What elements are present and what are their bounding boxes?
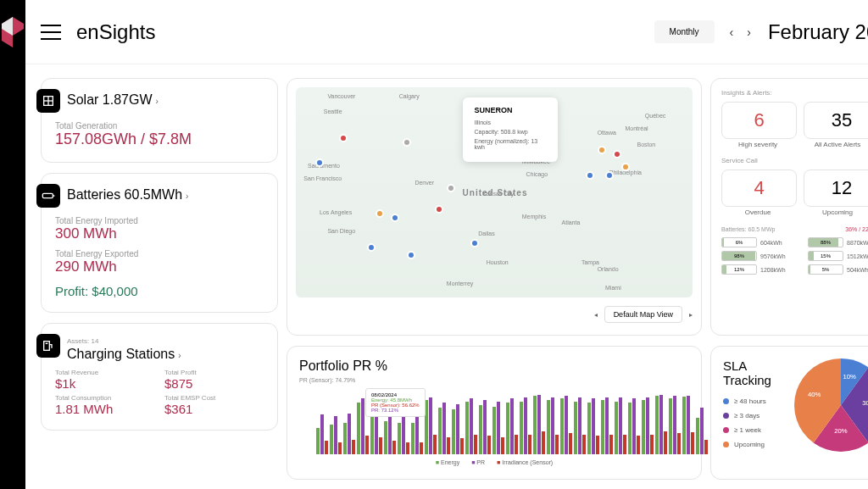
battery-row[interactable]: 12%1208kWh <box>721 264 803 275</box>
topbar: enSights Monthly ‹ › February 2024 <box>25 0 868 64</box>
map-marker[interactable] <box>598 146 606 154</box>
map-marker[interactable] <box>586 171 594 180</box>
chevron-right-icon: › <box>155 97 158 106</box>
map-marker[interactable] <box>391 214 399 222</box>
overdue-num: 4 <box>726 177 793 199</box>
city-label: Sacramento <box>308 163 340 169</box>
svg-rect-3 <box>42 193 53 197</box>
menu-icon[interactable] <box>41 25 61 40</box>
map-marker[interactable] <box>470 239 479 247</box>
battery-row[interactable]: 6%604kWh <box>721 237 803 247</box>
city-label: Dallas <box>478 231 494 236</box>
map-marker[interactable] <box>407 251 415 259</box>
map-marker[interactable] <box>613 150 621 158</box>
upcoming-box[interactable]: 12 <box>804 169 868 207</box>
all-alerts-box[interactable]: 35 <box>804 102 868 139</box>
insights-title: Insights & Alerts: <box>721 89 868 97</box>
city-label: Ottawa <box>598 130 616 136</box>
svg-text:10%: 10% <box>843 373 857 381</box>
map-marker[interactable] <box>447 184 455 192</box>
logo-icon <box>0 17 25 47</box>
city-label: Miami <box>605 285 621 291</box>
overdue-box[interactable]: 4 <box>721 169 797 207</box>
city-label: Boston <box>637 142 655 147</box>
import-value: 300 MWh <box>55 225 264 242</box>
map-area[interactable]: United States Vancouver Calgary Seattle … <box>296 87 693 297</box>
sla-pie-chart[interactable]: 10%30%20%40% <box>794 358 868 452</box>
city-label: San Francisco <box>303 175 342 181</box>
city-label: Orlando <box>598 266 619 272</box>
all-num: 35 <box>808 109 868 131</box>
next-month-icon[interactable]: › <box>747 25 751 39</box>
map-popup: SUNERON Illinois Capacity: 508.8 kwp Ene… <box>463 97 558 162</box>
map-mode-button[interactable]: Default Map View <box>604 306 682 323</box>
batteries-card: Batteries 60.5MWh› Total Energy Imported… <box>41 173 278 313</box>
map-card: United States Vancouver Calgary Seattle … <box>287 78 702 336</box>
map-marker[interactable] <box>435 205 443 214</box>
solar-title[interactable]: Solar 1.87GW› <box>67 92 264 108</box>
city-label: Calgary <box>399 93 420 99</box>
city-label: Vancouver <box>327 93 355 99</box>
city-label: Monterrey <box>447 281 474 286</box>
cons-value: 1.81 MWh <box>55 402 154 416</box>
battery-row[interactable]: 98%9576kWh <box>721 251 803 261</box>
batteries-title[interactable]: Batteries 60.5MWh› <box>67 187 264 203</box>
map-prev-icon[interactable]: ◂ <box>594 311 598 319</box>
chevron-right-icon: › <box>178 351 181 360</box>
monthly-button[interactable]: Monthly <box>654 20 715 43</box>
popup-name: SUNERON <box>475 106 546 114</box>
charging-icon <box>36 334 60 358</box>
map-marker[interactable] <box>376 209 384 218</box>
map-marker[interactable] <box>605 171 614 180</box>
pr-legend: Energy PR Irradiance (Sensor) <box>299 459 689 465</box>
svg-text:30%: 30% <box>862 399 868 407</box>
service-title: Service Call <box>721 157 868 164</box>
map-marker[interactable] <box>621 163 630 171</box>
high-num: 6 <box>726 109 793 131</box>
rev-label: Total Revenue <box>55 369 154 376</box>
solar-gen-label: Total Generation <box>55 121 264 131</box>
popup-cap: Capacity: 508.8 kwp <box>475 129 546 135</box>
map-marker[interactable] <box>339 134 348 142</box>
sla-title: SLA Tracking <box>723 358 794 387</box>
city-label: Québec <box>645 113 666 119</box>
map-marker[interactable] <box>367 243 376 252</box>
charging-title[interactable]: Charging Stations› <box>67 347 264 362</box>
city-label: Houston <box>487 259 509 265</box>
pr-chart[interactable]: 08/02/2024 Energy: 45.8MWh PR (Sensor): … <box>299 388 689 454</box>
solar-card: Solar 1.87GW› Total Generation 157.08GWh… <box>41 78 278 163</box>
pr-title: Portfolio PR % <box>299 358 689 374</box>
battery-icon <box>36 184 60 208</box>
month-label: February 2024 <box>768 20 868 44</box>
overdue-label: Overdue <box>721 208 794 216</box>
prev-month-icon[interactable]: ‹ <box>730 25 734 39</box>
charging-card: Assets: 14 Charging Stations› Total Reve… <box>41 323 278 431</box>
chevron-right-icon[interactable]: › <box>721 278 868 286</box>
chevron-right-icon: › <box>186 192 188 201</box>
city-label: Atlanta <box>562 219 581 225</box>
svg-rect-5 <box>44 342 50 351</box>
batt-header-left: Batteries: 60.5 MWp <box>721 226 775 232</box>
high-severity-box[interactable]: 6 <box>721 102 797 139</box>
svg-text:20%: 20% <box>834 427 848 435</box>
battery-row[interactable]: 5%504kWh <box>808 264 868 275</box>
battery-row[interactable]: 15%1512kWh <box>808 251 868 261</box>
city-label: Montréal <box>625 125 648 131</box>
pr-card: Portfolio PR % PR (Sensor): 74.79% 08/02… <box>287 346 702 480</box>
pr-subtitle: PR (Sensor): 74.79% <box>299 377 689 383</box>
city-label: Chicago <box>526 171 548 177</box>
sidebar <box>0 0 25 489</box>
city-label: Kansas City <box>482 191 514 197</box>
map-marker[interactable] <box>403 138 411 147</box>
city-label: Memphis <box>522 214 546 219</box>
profit-value: Profit: $40,000 <box>55 284 264 298</box>
assets-label: Assets: 14 <box>67 337 264 345</box>
city-label: Tampa <box>581 259 599 265</box>
map-next-icon[interactable]: ▸ <box>689 311 693 319</box>
rev-value: $1k <box>55 376 154 391</box>
sla-card: SLA Tracking ≥ 48 hours≥ 3 days≥ 1 weekU… <box>710 346 868 480</box>
upcoming-num: 12 <box>808 177 868 199</box>
pr-tooltip: 08/02/2024 Energy: 45.8MWh PR (Sensor): … <box>365 388 426 417</box>
emsp-label: Total EMSP Cost <box>164 394 264 402</box>
battery-row[interactable]: 88%8870kWh <box>808 237 868 247</box>
